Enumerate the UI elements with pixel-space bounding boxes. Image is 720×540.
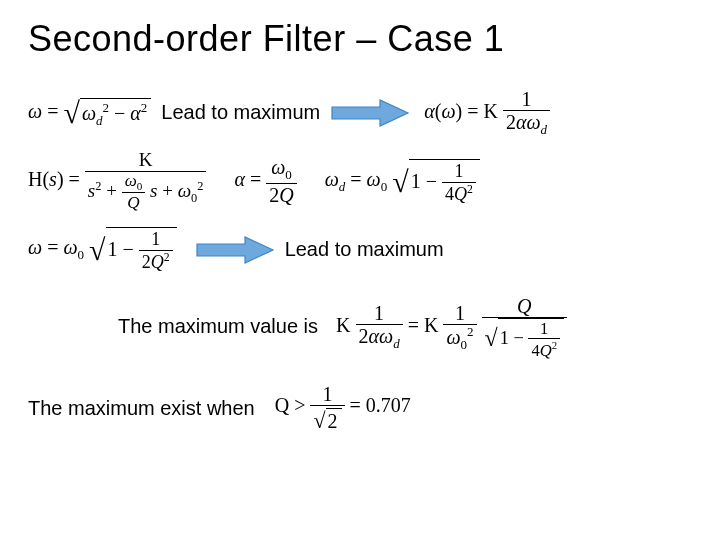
eq-max-value: K 12αωd = K 1ω02 Q √1 − 14Q2 (336, 295, 567, 360)
arrow-right-icon (195, 235, 275, 265)
row-omega-result: ω = ω0 √1 − 12Q2 Lead to maximum (28, 227, 692, 272)
svg-marker-0 (332, 100, 408, 126)
eq-alpha-omega: α(ω) = K 1 2αωd (424, 88, 550, 138)
svg-marker-1 (197, 237, 273, 263)
label-lead-to-max-2: Lead to maximum (285, 238, 444, 261)
label-lead-to-max-1: Lead to maximum (161, 101, 320, 124)
eq-omega-result: ω = ω0 √1 − 12Q2 (28, 227, 177, 272)
eq-Hs: H(s) = K s2 + ω0Q s + ω02 (28, 150, 206, 213)
label-max-value-is: The maximum value is (118, 315, 318, 338)
page-title: Second-order Filter – Case 1 (28, 18, 692, 60)
eq-alpha-def: α = ω0 2Q (234, 156, 296, 206)
eq-q-threshold: Q > 1√2 = 0.707 (275, 383, 411, 432)
eq-omega-d: ωd = ω0 √1 − 14Q2 (325, 159, 480, 204)
row-max-value: The maximum value is K 12αωd = K 1ω02 Q … (28, 295, 692, 360)
row-definitions: H(s) = K s2 + ω0Q s + ω02 α = ω0 2Q ωd =… (28, 150, 692, 213)
label-max-exist-when: The maximum exist when (28, 397, 255, 420)
row-max-exist: The maximum exist when Q > 1√2 = 0.707 (28, 383, 692, 432)
arrow-right-icon (330, 98, 410, 128)
row-omega-root: ω = √ωd2 − α2 Lead to maximum α(ω) = K 1… (28, 88, 692, 138)
eq-omega-root: ω = √ωd2 − α2 (28, 96, 151, 130)
